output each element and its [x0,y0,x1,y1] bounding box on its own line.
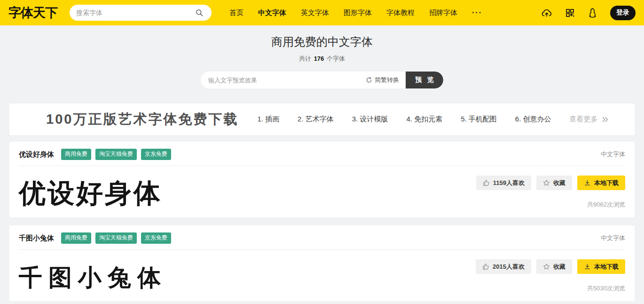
font-name[interactable]: 千图小兔体 [19,234,54,243]
page-title: 商用免费的中文字体 [0,34,644,49]
banner-link-creative-office[interactable]: 6. 创意办公 [515,115,551,124]
font-card-actions: 2015人喜欢 收藏 本地下载 [476,259,625,293]
font-preview-text[interactable]: 千图小兔体 [19,265,167,291]
banner-links: 1. 插画 2. 艺术字体 3. 设计模版 4. 免扣元素 5. 手机配图 6.… [257,115,609,124]
favorite-label: 收藏 [553,263,565,271]
banner-link-design-templates[interactable]: 3. 设计模版 [352,115,388,124]
nav-item-graphic-fonts[interactable]: 图形字体 [344,8,372,17]
download-label: 本地下载 [594,263,619,271]
font-card: 千图小兔体 商用免费 淘宝天猫免费 京东免费 中文字体 千图小兔体 2015人喜… [9,225,635,301]
like-count-label: 2015人喜欢 [493,263,525,271]
nav-item-home[interactable]: 首页 [229,8,243,17]
tag-jd-free: 京东免费 [141,149,171,160]
font-count-line: 共计 176 个字体 [0,55,644,63]
thumb-up-icon [483,179,490,186]
download-icon [584,179,591,186]
license-tags: 商用免费 淘宝天猫免费 京东免费 [61,149,171,160]
qq-icon[interactable] [587,7,598,18]
search-icon[interactable] [194,7,205,18]
local-download-button[interactable]: 本地下载 [577,176,625,190]
view-count: 共9062次浏览 [587,200,625,209]
local-download-button[interactable]: 本地下载 [577,259,625,274]
see-more-link[interactable]: 查看更多 [570,115,609,124]
hero-section: 商用免费的中文字体 共计 176 个字体 简繁转换 预 览 [0,25,644,104]
tag-jd-free: 京东免费 [141,232,171,244]
simplified-traditional-toggle[interactable]: 简繁转换 [366,76,406,84]
view-count: 共5030次浏览 [587,284,625,293]
font-search-box[interactable] [70,5,212,21]
font-card: 优设好身体 商用免费 淘宝天猫免费 京东免费 中文字体 优设好身体 1159人喜… [9,142,635,217]
nav-item-signboard-fonts[interactable]: 招牌字体 [429,8,457,17]
font-preview-text[interactable]: 优设好身体 [19,178,162,208]
tag-commercial-free: 商用免费 [61,232,91,244]
thumb-up-icon [482,263,489,270]
header-actions: 登录 [541,6,636,20]
like-count-label: 1159人喜欢 [493,179,525,187]
site-logo[interactable]: 字体天下 [8,4,57,21]
text-preview-bar: 简繁转换 预 览 [201,72,443,88]
favorite-button[interactable]: 收藏 [536,176,572,190]
license-tags: 商用免费 淘宝天猫免费 京东免费 [61,232,171,244]
cloud-upload-icon[interactable] [541,7,552,18]
tag-taobao-tmall-free: 淘宝天猫免费 [95,232,137,244]
preview-button[interactable]: 预 览 [406,72,443,88]
banner-title[interactable]: 100万正版艺术字体免费下载 [46,110,238,129]
font-category-link[interactable]: 中文字体 [601,150,625,159]
tag-commercial-free: 商用免费 [61,149,91,160]
font-count: 176 [313,55,325,62]
nav-item-english-fonts[interactable]: 英文字体 [301,8,329,17]
nav-item-tutorials[interactable]: 字体教程 [386,8,415,17]
convert-refresh-icon [366,77,372,83]
count-prefix: 共计 [299,55,311,62]
count-suffix: 个字体 [327,55,345,62]
tag-taobao-tmall-free: 淘宝天猫免费 [95,149,137,160]
banner-link-mobile-images[interactable]: 5. 手机配图 [461,115,497,124]
banner-link-cutout-elements[interactable]: 4. 免扣元素 [406,115,442,124]
double-chevron-right-icon [602,117,609,122]
see-more-label: 查看更多 [570,115,598,124]
convert-label: 简繁转换 [375,76,399,84]
font-category-link[interactable]: 中文字体 [601,234,625,242]
login-button[interactable]: 登录 [610,6,636,20]
action-buttons: 2015人喜欢 收藏 本地下载 [476,259,625,274]
banner-link-illustration[interactable]: 1. 插画 [257,115,279,124]
font-card-body: 优设好身体 1159人喜欢 收 [19,166,625,209]
top-header: 字体天下 首页 中文字体 英文字体 图形字体 字体教程 招牌字体 ··· [0,0,644,25]
banner-link-art-fonts[interactable]: 2. 艺术字体 [298,115,334,124]
download-label: 本地下载 [594,179,619,187]
search-input[interactable] [76,9,194,16]
font-card-actions: 1159人喜欢 收藏 本地下载 [476,176,625,209]
font-name[interactable]: 优设好身体 [19,150,54,159]
nav-item-chinese-fonts[interactable]: 中文字体 [258,8,286,17]
action-buttons: 1159人喜欢 收藏 本地下载 [476,176,625,190]
main-nav: 首页 中文字体 英文字体 图形字体 字体教程 招牌字体 ··· [229,8,482,17]
preview-text-input[interactable] [201,77,366,84]
promo-banner: 100万正版艺术字体免费下载 1. 插画 2. 艺术字体 3. 设计模版 4. … [9,104,635,135]
nav-more-ellipsis-icon[interactable]: ··· [472,8,482,17]
star-icon [543,179,550,186]
font-card-header: 优设好身体 商用免费 淘宝天猫免费 京东免费 中文字体 [19,149,625,160]
qr-code-icon[interactable] [564,7,575,18]
like-button[interactable]: 2015人喜欢 [476,259,531,274]
font-card-header: 千图小兔体 商用免费 淘宝天猫免费 京东免费 中文字体 [19,232,625,244]
like-button[interactable]: 1159人喜欢 [476,176,531,190]
download-icon [584,263,591,270]
font-card-body: 千图小兔体 2015人喜欢 收 [19,250,625,293]
favorite-label: 收藏 [553,179,565,187]
star-icon [543,263,550,270]
favorite-button[interactable]: 收藏 [536,259,572,274]
